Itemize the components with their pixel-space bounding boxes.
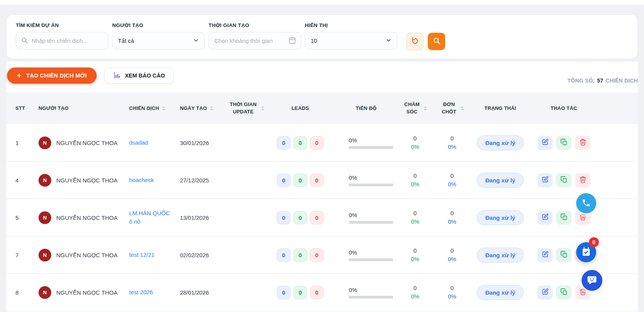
status-badge: Đang xử lý <box>477 210 524 225</box>
care-count: 0 <box>414 246 417 255</box>
copy-button[interactable] <box>556 211 572 225</box>
edit-icon <box>541 288 549 297</box>
order-percent: 0% <box>448 292 456 301</box>
leads-care-badge: 0 <box>293 211 307 224</box>
progress-label: 0% <box>349 212 397 218</box>
row-status: Đang xử lý <box>471 285 529 300</box>
row-status: Đang xử lý <box>471 135 529 150</box>
campaign-link[interactable]: hoacheck <box>129 176 154 185</box>
table-header-row: STT NGƯỜI TẠO CHIẾN DỊCH NGÀY TẠO THỜI G… <box>6 93 638 124</box>
campaign-link[interactable]: LM.HÀN QUỐC ô nô <box>129 209 172 226</box>
order-count: 0 <box>451 246 454 255</box>
display-group: HIỂN THỊ 10 <box>305 22 397 49</box>
leads-fail-badge: 0 <box>310 286 324 299</box>
th-update[interactable]: THỜI GIAN UPDATE <box>227 101 266 116</box>
table-row: 1 N NGUYỄN NGỌC THOA dsadad 30/01/2026 0… <box>6 124 638 162</box>
progress-bar <box>349 258 393 261</box>
copy-button[interactable] <box>556 136 572 150</box>
row-actions <box>529 173 599 187</box>
care-count: 0 <box>414 284 417 293</box>
th-stt: STT <box>15 105 39 112</box>
avatar: N <box>39 174 51 187</box>
creator-select[interactable]: Tất cả <box>112 32 205 49</box>
edit-button[interactable] <box>537 285 553 300</box>
trash-icon <box>579 176 587 184</box>
row-order: 00% <box>433 172 471 189</box>
campaign-link[interactable]: dsadad <box>129 138 148 147</box>
edit-button[interactable] <box>537 248 553 262</box>
edit-icon <box>541 251 549 259</box>
creator-group: NGƯỜI TẠO Tất cả <box>112 22 205 49</box>
campaign-link[interactable]: test 2026 <box>129 288 153 297</box>
trash-icon <box>579 138 587 147</box>
creator-name: NGUYỄN NGỌC THOA <box>56 140 118 146</box>
copy-button[interactable] <box>556 248 572 262</box>
order-count: 0 <box>451 134 454 143</box>
copy-button[interactable] <box>556 173 572 187</box>
row-campaign: test 2026 <box>129 288 180 297</box>
create-campaign-button[interactable]: + TẠO CHIẾN DỊCH MỚI <box>7 67 97 84</box>
row-care: 00% <box>397 284 433 301</box>
phone-fab-button[interactable] <box>576 193 596 213</box>
filter-card: TÌM KIẾM DỰ ÁN NGƯỜI TẠO Tất cả THỜI GIA… <box>6 15 638 59</box>
th-campaign[interactable]: CHIẾN DỊCH <box>129 105 180 112</box>
order-count: 0 <box>451 284 454 293</box>
leads-care-badge: 0 <box>293 136 307 150</box>
status-badge: Đang xử lý <box>477 248 524 263</box>
order-percent: 0% <box>448 143 456 152</box>
row-status: Đang xử lý <box>471 210 529 225</box>
progress-label: 0% <box>349 174 397 181</box>
search-input[interactable] <box>16 32 108 49</box>
row-status: Đang xử lý <box>471 248 529 263</box>
th-care[interactable]: CHĂM SÓC <box>397 101 433 116</box>
reset-filters-button[interactable] <box>406 33 424 50</box>
row-progress: 0% <box>335 137 397 149</box>
search-submit-button[interactable] <box>428 33 445 50</box>
chat-smiley-icon <box>587 275 597 286</box>
chat-fab-button[interactable] <box>582 270 602 291</box>
time-range-input[interactable] <box>209 32 301 49</box>
top-strip <box>0 0 644 5</box>
copy-icon <box>560 138 568 147</box>
care-percent: 0% <box>411 143 419 152</box>
status-badge: Đang xử lý <box>477 173 524 188</box>
creator-name: NGUYỄN NGỌC THOA <box>56 252 118 258</box>
edit-button[interactable] <box>537 211 553 225</box>
leads-fail-badge: 0 <box>310 211 324 224</box>
row-campaign: dsadad <box>129 138 180 147</box>
delete-button[interactable] <box>575 136 590 150</box>
row-created-date: 02/02/2026 <box>180 252 227 258</box>
row-progress: 0% <box>335 212 397 224</box>
total-count: TỔNG SỐ: 57 CHIẾN DỊCH <box>567 78 638 84</box>
time-group: THỜI GIAN TẠO <box>209 22 301 49</box>
care-percent: 0% <box>411 180 419 189</box>
display-label: HIỂN THỊ <box>305 22 397 28</box>
leads-new-badge: 0 <box>277 286 291 299</box>
table-row: 5 N NGUYỄN NGỌC THOA LM.HÀN QUỐC ô nô 13… <box>6 199 638 236</box>
calendar-fab-button[interactable]: 0 <box>576 242 596 262</box>
display-select[interactable]: 10 <box>305 32 397 49</box>
delete-button[interactable] <box>575 173 590 187</box>
copy-button[interactable] <box>556 285 572 300</box>
campaign-link[interactable]: test 12/21 <box>129 251 155 260</box>
row-creator: N NGUYỄN NGỌC THOA <box>39 174 129 187</box>
edit-button[interactable] <box>537 173 553 187</box>
th-order[interactable]: ĐƠN CHỐT <box>433 101 471 116</box>
calendar-badge: 0 <box>589 237 599 247</box>
avatar: N <box>39 211 51 224</box>
progress-bar <box>349 221 393 224</box>
care-percent: 0% <box>411 218 419 226</box>
care-percent: 0% <box>411 292 419 301</box>
leads-new-badge: 0 <box>277 136 291 150</box>
row-leads: 0 0 0 <box>266 248 335 262</box>
row-creator: N NGUYỄN NGỌC THOA <box>39 249 129 261</box>
trash-icon <box>579 288 587 297</box>
th-created[interactable]: NGÀY TẠO <box>180 105 227 112</box>
creator-name: NGUYỄN NGỌC THOA <box>56 214 118 221</box>
phone-icon <box>582 198 591 209</box>
progress-bar <box>349 296 393 299</box>
order-percent: 0% <box>448 218 456 226</box>
row-created-date: 28/01/2026 <box>180 289 227 296</box>
edit-button[interactable] <box>537 136 553 150</box>
view-report-button[interactable]: XEM BÁO CÁO <box>104 67 174 84</box>
